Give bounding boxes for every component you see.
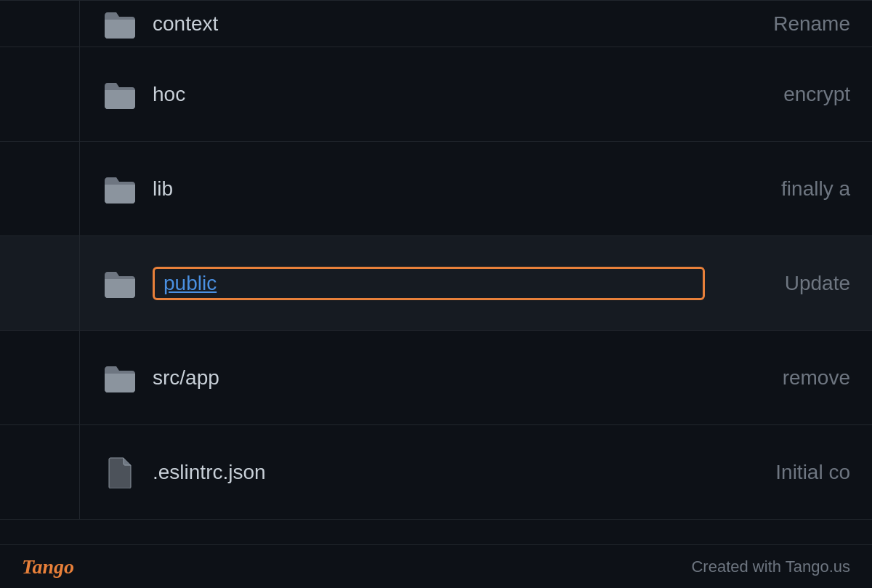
- file-row-public[interactable]: public Update: [0, 236, 872, 331]
- footer: Tango Created with Tango.us: [0, 544, 872, 588]
- folder-icon: [102, 360, 138, 396]
- commit-message-hoc: encrypt: [705, 83, 850, 106]
- file-row[interactable]: hoc encrypt: [0, 47, 872, 142]
- left-border: [0, 331, 80, 424]
- left-border: [0, 425, 80, 519]
- left-border: [0, 47, 80, 141]
- commit-message-context: Rename: [705, 12, 850, 36]
- file-name-context: context: [153, 12, 705, 36]
- left-border: [0, 236, 80, 330]
- left-border: [0, 1, 80, 47]
- file-name-lib: lib: [153, 177, 705, 201]
- tango-logo: Tango: [22, 555, 74, 579]
- left-border: [0, 142, 80, 235]
- folder-icon: [102, 171, 138, 207]
- file-name-public[interactable]: public: [153, 267, 705, 300]
- commit-message-srcapp: remove: [705, 366, 850, 390]
- footer-tagline: Created with Tango.us: [691, 557, 850, 576]
- commit-message-lib: finally a: [705, 177, 850, 201]
- file-name-eslintrc: .eslintrc.json: [153, 461, 705, 484]
- file-row[interactable]: context Rename: [0, 0, 872, 47]
- file-icon: [102, 454, 138, 491]
- folder-icon: [102, 6, 138, 42]
- file-row[interactable]: .eslintrc.json Initial co: [0, 425, 872, 520]
- commit-message-eslintrc: Initial co: [705, 461, 850, 484]
- file-name-hoc: hoc: [153, 83, 705, 106]
- file-row[interactable]: lib finally a: [0, 142, 872, 236]
- folder-icon: [102, 76, 138, 113]
- commit-message-public: Update: [705, 272, 850, 295]
- file-row[interactable]: src/app remove: [0, 331, 872, 425]
- file-name-srcapp: src/app: [153, 366, 705, 390]
- file-browser: context Rename hoc encrypt: [0, 0, 872, 544]
- folder-icon: [102, 265, 138, 302]
